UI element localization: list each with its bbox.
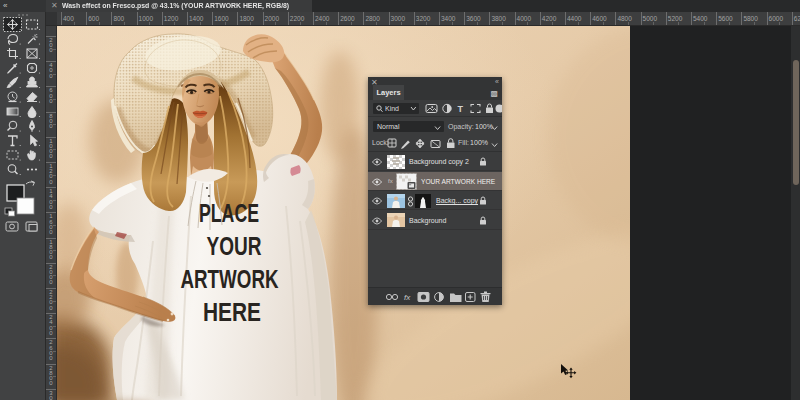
svg-text:T: T [458,104,464,114]
svg-text:Kind: Kind [385,105,399,112]
svg-text:PLACE: PLACE [199,198,259,228]
svg-text:HERE: HERE [203,297,261,327]
svg-text:YOUR: YOUR [207,231,262,261]
svg-text:fx: fx [404,293,411,302]
svg-text:ARTWORK: ARTWORK [181,264,279,294]
